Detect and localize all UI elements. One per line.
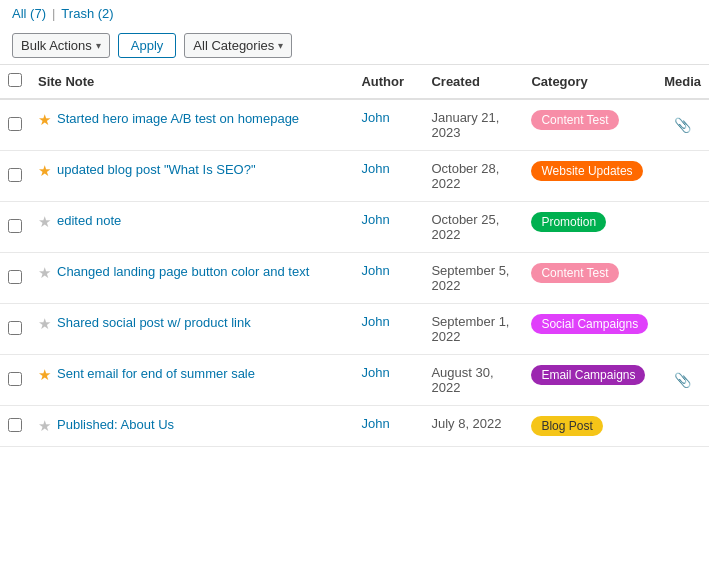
row-author-cell: John [353,355,423,406]
row-created-cell: October 25, 2022 [423,202,523,253]
category-badge[interactable]: Promotion [531,212,606,232]
author-link[interactable]: John [361,212,389,227]
apply-button[interactable]: Apply [118,33,177,58]
category-badge[interactable]: Blog Post [531,416,602,436]
table-row: ★Changed landing page button color and t… [0,253,709,304]
row-media-cell [656,304,709,355]
author-link[interactable]: John [361,263,389,278]
chevron-down-icon: ▾ [278,40,283,51]
row-media-cell [656,202,709,253]
star-filled-icon[interactable]: ★ [38,366,51,384]
col-created: Created [423,65,523,100]
row-note-cell: ★edited note [30,202,353,241]
note-title-link[interactable]: Started hero image A/B test on homepage [57,110,299,128]
row-note-cell: ★Published: About Us [30,406,353,445]
row-checkbox-cell [0,406,30,447]
author-link[interactable]: John [361,110,389,125]
row-checkbox-cell [0,99,30,151]
col-site-note: Site Note [30,65,353,100]
row-created-cell: October 28, 2022 [423,151,523,202]
star-empty-icon[interactable]: ★ [38,417,51,435]
all-categories-label: All Categories [193,38,274,53]
row-author-cell: John [353,304,423,355]
row-checkbox[interactable] [8,372,22,386]
row-note-cell: ★Started hero image A/B test on homepage [30,100,353,139]
author-link[interactable]: John [361,314,389,329]
note-title-link[interactable]: edited note [57,212,121,230]
col-media: Media [656,65,709,100]
row-created-cell: August 30, 2022 [423,355,523,406]
row-category-cell: Content Test [523,99,656,151]
row-media-cell [656,253,709,304]
row-created-cell: September 1, 2022 [423,304,523,355]
star-empty-icon[interactable]: ★ [38,264,51,282]
row-checkbox[interactable] [8,219,22,233]
category-badge[interactable]: Content Test [531,263,618,283]
note-title-link[interactable]: updated blog post "What Is SEO?" [57,161,256,179]
paperclip-icon: 📎 [674,117,691,133]
row-checkbox-cell [0,202,30,253]
row-category-cell: Blog Post [523,406,656,447]
row-media-cell [656,406,709,447]
row-media-cell [656,151,709,202]
row-author-cell: John [353,253,423,304]
paperclip-icon: 📎 [674,372,691,388]
row-note-cell: ★Changed landing page button color and t… [30,253,353,292]
row-checkbox[interactable] [8,418,22,432]
row-category-cell: Content Test [523,253,656,304]
row-checkbox[interactable] [8,168,22,182]
row-checkbox[interactable] [8,270,22,284]
row-category-cell: Website Updates [523,151,656,202]
author-link[interactable]: John [361,416,389,431]
category-badge[interactable]: Content Test [531,110,618,130]
select-all-checkbox[interactable] [8,73,22,87]
note-title-link[interactable]: Shared social post w/ product link [57,314,251,332]
category-badge[interactable]: Website Updates [531,161,642,181]
note-title-link[interactable]: Changed landing page button color and te… [57,263,309,281]
table-row: ★Started hero image A/B test on homepage… [0,99,709,151]
row-category-cell: Promotion [523,202,656,253]
row-category-cell: Email Campaigns [523,355,656,406]
star-filled-icon[interactable]: ★ [38,162,51,180]
table-row: ★updated blog post "What Is SEO?"JohnOct… [0,151,709,202]
category-badge[interactable]: Social Campaigns [531,314,648,334]
all-categories-dropdown[interactable]: All Categories ▾ [184,33,292,58]
col-author: Author [353,65,423,100]
row-created-cell: July 8, 2022 [423,406,523,447]
table-row: ★edited noteJohnOctober 25, 2022Promotio… [0,202,709,253]
row-checkbox-cell [0,151,30,202]
table-header: Site Note Author Created Category Media [0,65,709,100]
bulk-actions-dropdown[interactable]: Bulk Actions ▾ [12,33,110,58]
star-empty-icon[interactable]: ★ [38,315,51,333]
notes-table: Site Note Author Created Category Media … [0,64,709,447]
filter-all[interactable]: All (7) [12,6,46,21]
row-checkbox[interactable] [8,117,22,131]
row-note-cell: ★Shared social post w/ product link [30,304,353,343]
table-row: ★Shared social post w/ product linkJohnS… [0,304,709,355]
row-created-cell: January 21, 2023 [423,99,523,151]
author-link[interactable]: John [361,365,389,380]
filter-trash[interactable]: Trash (2) [61,6,113,21]
row-media-cell: 📎 [656,99,709,151]
category-badge[interactable]: Email Campaigns [531,365,645,385]
separator: | [52,6,55,21]
note-title-link[interactable]: Sent email for end of summer sale [57,365,255,383]
row-author-cell: John [353,151,423,202]
star-empty-icon[interactable]: ★ [38,213,51,231]
row-note-cell: ★Sent email for end of summer sale [30,355,353,394]
row-checkbox[interactable] [8,321,22,335]
row-checkbox-cell [0,253,30,304]
select-all-header[interactable] [0,65,30,100]
table-row: ★Sent email for end of summer saleJohnAu… [0,355,709,406]
row-category-cell: Social Campaigns [523,304,656,355]
chevron-down-icon: ▾ [96,40,101,51]
author-link[interactable]: John [361,161,389,176]
row-checkbox-cell [0,304,30,355]
toolbar: Bulk Actions ▾ Apply All Categories ▾ [0,27,709,64]
col-category: Category [523,65,656,100]
star-filled-icon[interactable]: ★ [38,111,51,129]
note-title-link[interactable]: Published: About Us [57,416,174,434]
row-author-cell: John [353,99,423,151]
row-author-cell: John [353,406,423,447]
filter-links: All (7) | Trash (2) [0,0,709,27]
